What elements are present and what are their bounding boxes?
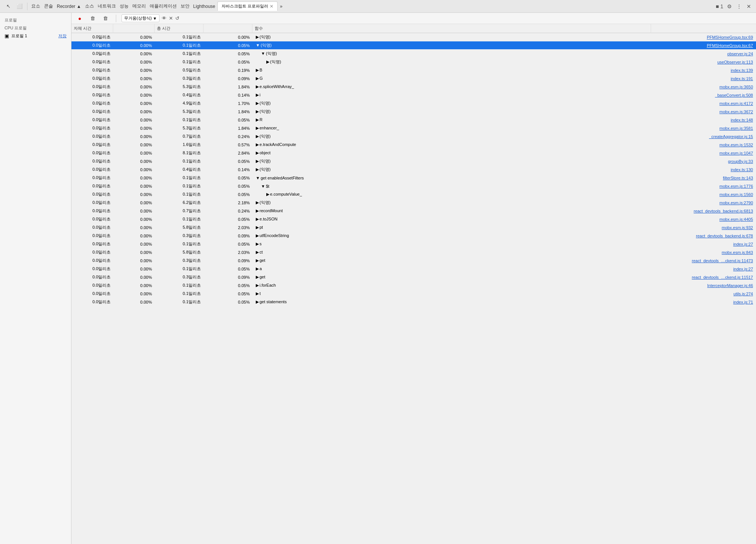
- source-link[interactable]: mobx.esm.js:4405: [720, 217, 753, 222]
- source-link[interactable]: mobx.esm.js:1047: [720, 151, 753, 155]
- source-link[interactable]: index.js:27: [733, 242, 753, 246]
- tree-arrow-icon[interactable]: ▶: [256, 167, 259, 172]
- source-link[interactable]: react_devtools_…ckend.js:11473: [692, 258, 753, 263]
- source-link[interactable]: utils.js:274: [733, 292, 753, 296]
- eye-icon[interactable]: 👁: [162, 15, 167, 21]
- source-cell[interactable]: index.ts:148: [651, 116, 756, 124]
- table-row[interactable]: 0.0밀리초 0.00% 5.3밀리초 1.84% ▶enhancer_ mob…: [71, 124, 756, 132]
- tab-js-profiler[interactable]: 자바스크립트 프로파일러 ✕: [217, 2, 278, 11]
- tab-memory[interactable]: 메모리: [131, 3, 147, 9]
- tab-elements[interactable]: 요소: [30, 3, 42, 9]
- table-row[interactable]: 0.0밀리초 0.00% 5.8밀리초 2.03% ▶ct mobx.esm.j…: [71, 248, 756, 257]
- source-cell[interactable]: groupBy.js:33: [651, 157, 756, 166]
- table-row[interactable]: 0.0밀리초 0.00% 0.1밀리초 0.05% ▼$t mobx.esm.j…: [71, 182, 756, 190]
- tree-arrow-icon[interactable]: ▶: [256, 250, 259, 254]
- table-row[interactable]: 0.0밀리초 0.00% 6.2밀리초 2.18% ▶(익명) mobx.esm…: [71, 199, 756, 207]
- source-cell[interactable]: react_devtools_…ckend.js:11517: [651, 273, 756, 281]
- source-link[interactable]: mobx.esm.js:843: [722, 250, 753, 255]
- tree-arrow-icon[interactable]: ▶: [256, 101, 259, 105]
- table-row[interactable]: 0.0밀리초 0.00% 0.4밀리초 0.14% ▶i _baseConver…: [71, 91, 756, 99]
- col-self-time[interactable]: 자체 시간: [71, 24, 113, 33]
- tree-arrow-icon[interactable]: ▶: [256, 283, 259, 287]
- table-row[interactable]: 0.0밀리초 0.00% 0.7밀리초 0.24% ▶(익명) _createA…: [71, 132, 756, 141]
- tab-sources[interactable]: 소스: [83, 3, 96, 9]
- stop-recording-icon[interactable]: ●: [74, 13, 85, 24]
- tree-arrow-icon[interactable]: ▶: [256, 117, 259, 122]
- source-link[interactable]: mobx.esm.js:932: [722, 225, 753, 230]
- col-function[interactable]: 함수: [252, 24, 651, 33]
- source-link[interactable]: mobx.esm.js:4172: [720, 101, 753, 106]
- table-row[interactable]: 0.0밀리초 0.00% 5.3밀리초 1.84% ▶(익명) mobx.esm…: [71, 108, 756, 116]
- source-cell[interactable]: PFMSHomeGroup.tsx:69: [651, 33, 756, 41]
- tree-arrow-icon[interactable]: ▶: [256, 35, 259, 39]
- source-cell[interactable]: mobx.esm.js:3672: [651, 108, 756, 116]
- table-row[interactable]: 0.0밀리초 0.00% 0.1밀리초 0.05% ▶s index.js:27: [71, 240, 756, 248]
- source-link[interactable]: mobx.esm.js:2790: [720, 201, 753, 205]
- clear-profile-icon[interactable]: ✕: [169, 15, 173, 21]
- source-link[interactable]: index.js:71: [733, 300, 753, 304]
- tree-arrow-icon[interactable]: ▶: [256, 84, 259, 89]
- table-row[interactable]: 0.0밀리초 0.00% 5.8밀리초 2.03% ▶pt mobx.esm.j…: [71, 223, 756, 232]
- tree-arrow-icon[interactable]: ▶: [256, 76, 259, 81]
- source-cell[interactable]: _baseConvert.js:508: [651, 91, 756, 99]
- tab-recorder[interactable]: Recorder ▲: [55, 4, 83, 9]
- table-row[interactable]: 0.0밀리초 0.00% 0.1밀리초 0.05% ▶i.forEach Int…: [71, 281, 756, 290]
- source-link[interactable]: react_devtools_…ckend.js:11517: [692, 275, 753, 280]
- source-cell[interactable]: _createAggregator.js:15: [651, 132, 756, 141]
- source-link[interactable]: useObserver.js:113: [717, 60, 753, 64]
- source-link[interactable]: mobx.esm.js:3581: [720, 126, 753, 131]
- source-link[interactable]: react_devtools_backend.js:678: [696, 234, 753, 238]
- source-link[interactable]: mobx.esm.js:3650: [720, 85, 753, 89]
- source-link[interactable]: index.ts:130: [731, 167, 753, 172]
- col-total-time[interactable]: 총 시간: [154, 24, 203, 33]
- tree-arrow-icon[interactable]: ▼: [261, 184, 265, 188]
- source-link[interactable]: observer.js:24: [727, 52, 753, 56]
- table-row[interactable]: 0.0밀리초 0.00% 0.3밀리초 0.09% ▶get react_dev…: [71, 273, 756, 281]
- table-row[interactable]: 0.0밀리초 0.00% 0.7밀리초 0.24% ▶recordMount r…: [71, 207, 756, 215]
- trash-icon[interactable]: 🗑: [100, 13, 111, 24]
- source-link[interactable]: PFMSHomeGroup.tsx:67: [707, 43, 753, 48]
- table-row[interactable]: 0.0밀리초 0.00% 0.1밀리초 0.05% ▶t utils.js:27…: [71, 290, 756, 298]
- source-cell[interactable]: mobx.esm.js:843: [651, 248, 756, 257]
- source-link[interactable]: groupBy.js:33: [728, 159, 753, 164]
- tree-arrow-icon[interactable]: ▶: [256, 233, 259, 238]
- tree-arrow-icon[interactable]: ▶: [266, 192, 269, 196]
- table-row[interactable]: 0.0밀리초 0.00% 0.1밀리초 0.05% ▶(익명) groupBy.…: [71, 157, 756, 166]
- source-cell[interactable]: index.ts:139: [651, 66, 756, 74]
- source-link[interactable]: filterStore.ts:143: [723, 176, 753, 180]
- source-link[interactable]: react_devtools_backend.js:6813: [694, 209, 753, 213]
- profile1-item[interactable]: ▣ 프로필 1 저장: [0, 32, 71, 40]
- tree-arrow-icon[interactable]: ▶: [256, 109, 259, 114]
- settings-icon[interactable]: ⚙: [725, 2, 733, 11]
- source-cell[interactable]: useObserver.js:113: [651, 58, 756, 66]
- tree-arrow-icon[interactable]: ▶: [256, 299, 259, 304]
- source-cell[interactable]: filterStore.ts:143: [651, 174, 756, 182]
- tree-arrow-icon[interactable]: ▶: [266, 59, 269, 64]
- tree-arrow-icon[interactable]: ▶: [256, 266, 259, 271]
- table-row[interactable]: 0.0밀리초 0.00% 0.1밀리초 0.05% ▶(익명) useObser…: [71, 58, 756, 66]
- tree-arrow-icon[interactable]: ▶: [256, 291, 259, 296]
- tree-arrow-icon[interactable]: ▶: [256, 208, 259, 213]
- source-link[interactable]: index.js:27: [733, 267, 753, 271]
- tree-arrow-icon[interactable]: ▶: [256, 225, 259, 229]
- table-row[interactable]: 0.0밀리초 0.00% 1.6밀리초 0.57% ▶e.trackAndCom…: [71, 141, 756, 149]
- tree-arrow-icon[interactable]: ▶: [256, 275, 259, 279]
- tree-arrow-icon[interactable]: ▼: [256, 43, 260, 47]
- more-tabs-button[interactable]: »: [278, 4, 284, 9]
- reload-icon[interactable]: ↺: [175, 15, 179, 21]
- source-cell[interactable]: mobx.esm.js:4172: [651, 99, 756, 108]
- source-cell[interactable]: index.ts:130: [651, 166, 756, 174]
- source-cell[interactable]: index.js:27: [651, 240, 756, 248]
- source-cell[interactable]: mobx.esm.js:3650: [651, 83, 756, 91]
- source-cell[interactable]: mobx.esm.js:3581: [651, 124, 756, 132]
- source-cell[interactable]: react_devtools_…ckend.js:11473: [651, 257, 756, 265]
- tab-application[interactable]: 애플리케이션: [148, 3, 178, 9]
- table-row[interactable]: 0.0밀리초 0.00% 0.3밀리초 0.09% ▶utfEncodeStri…: [71, 232, 756, 240]
- tree-arrow-icon[interactable]: ▶: [256, 134, 259, 138]
- table-row[interactable]: 0.0밀리초 0.00% 0.4밀리초 0.14% ▶(익명) index.ts…: [71, 166, 756, 174]
- source-link[interactable]: mobx.esm.js:1560: [720, 192, 753, 197]
- source-cell[interactable]: observer.js:24: [651, 50, 756, 58]
- source-link[interactable]: mobx.esm.js:1776: [720, 184, 753, 188]
- tab-lighthouse[interactable]: Lighthouse: [192, 4, 217, 9]
- source-link[interactable]: index.ts:148: [731, 118, 753, 122]
